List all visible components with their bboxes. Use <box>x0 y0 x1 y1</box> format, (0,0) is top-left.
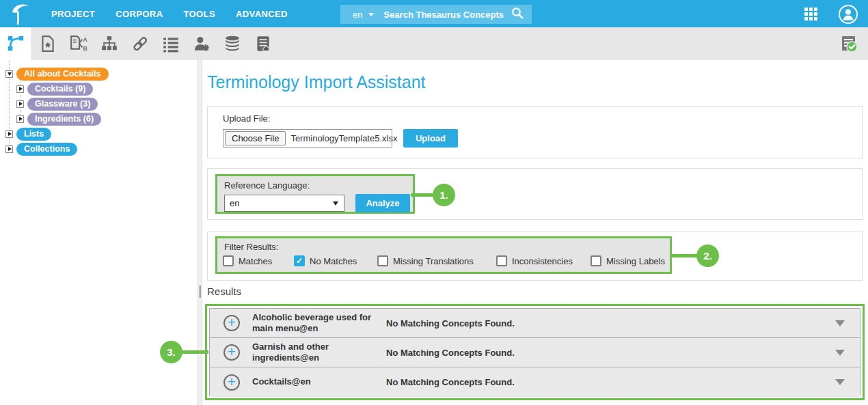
tree-node-ingredients[interactable]: Ingredients (6) <box>27 113 101 126</box>
user-settings-icon[interactable] <box>192 34 211 53</box>
module-toolbar: AB <box>0 27 868 60</box>
tree-node-cocktails[interactable]: Cocktails (9) <box>27 83 93 96</box>
report-check-icon[interactable] <box>839 34 858 53</box>
app-window: PROJECT CORPORA TOOLS ADVANCED en <box>0 0 868 405</box>
tree-item-scheme: Glassware (3) <box>16 97 98 111</box>
tree-item-collections: Collections <box>5 142 77 156</box>
filter-checkbox-no-matches[interactable]: No Matches <box>294 255 357 266</box>
database-icon[interactable] <box>223 34 242 53</box>
reference-language-label: Reference Language: <box>224 180 310 191</box>
expand-caret-icon[interactable] <box>835 320 845 326</box>
svg-text:A: A <box>83 36 88 43</box>
analyze-button[interactable]: Analyze <box>355 194 410 212</box>
concept-label: Garnish and other ingredients@en <box>252 341 377 364</box>
page-title: Terminology Import Assistant <box>207 72 426 92</box>
annotation-badge-2: 2. <box>696 245 719 267</box>
upload-section: Upload File: Choose File TerminologyTemp… <box>207 106 863 158</box>
concept-label: Alcoholic beverage used for main menu@en <box>252 312 377 335</box>
expand-arrow-icon[interactable] <box>5 145 13 153</box>
expand-arrow-icon[interactable] <box>16 85 24 93</box>
expand-caret-icon[interactable] <box>835 350 845 356</box>
select-caret-icon <box>333 201 338 206</box>
thesaurus-search-box[interactable]: en <box>340 5 532 24</box>
checkbox-icon[interactable] <box>223 255 234 266</box>
selected-language-value: en <box>230 198 333 208</box>
annotation-badge-3: 3. <box>160 341 182 363</box>
search-icon[interactable] <box>511 7 524 22</box>
match-status: No Matching Concepts Found. <box>386 318 835 329</box>
annotation-box-step3: + Alcoholic beverage used for main menu@… <box>205 304 865 400</box>
link-icon[interactable] <box>131 34 150 53</box>
language-dropdown-caret-icon[interactable] <box>368 13 374 16</box>
concept-label: Cocktails@en <box>252 376 377 387</box>
user-account-icon[interactable] <box>838 4 858 27</box>
upload-file-label: Upload File: <box>223 113 270 124</box>
app-switcher-grid-icon[interactable] <box>804 8 818 21</box>
add-concept-icon[interactable]: + <box>223 344 240 361</box>
filter-checkbox-missing-translations[interactable]: Missing Translations <box>377 255 474 266</box>
checkbox-icon[interactable] <box>496 255 507 266</box>
checkbox-icon[interactable] <box>377 255 388 266</box>
poolparty-logo-icon[interactable] <box>10 1 36 26</box>
document-star-icon[interactable] <box>38 34 57 53</box>
result-row[interactable]: + Alcoholic beverage used for main menu@… <box>210 309 860 338</box>
annotation-connector-3 <box>180 350 208 354</box>
filter-results-label: Filter Results: <box>224 242 278 252</box>
add-concept-icon[interactable]: + <box>223 374 240 391</box>
menu-project[interactable]: PROJECT <box>51 9 95 19</box>
tree-node-glassware[interactable]: Glassware (3) <box>27 98 98 111</box>
match-status: No Matching Concepts Found. <box>386 377 835 387</box>
tree-item-scheme: Cocktails (9) <box>16 82 93 96</box>
taxonomy-tree-icon[interactable] <box>0 27 31 60</box>
menu-advanced[interactable]: ADVANCED <box>236 9 288 19</box>
server-database-icon[interactable] <box>254 34 273 53</box>
annotation-badge-1: 1. <box>433 184 455 206</box>
annotation-box-step2: Filter Results: Matches No Matches Missi… <box>215 236 672 274</box>
file-input[interactable]: Choose File TerminologyTemplate5.xlsx <box>223 129 392 148</box>
filter-checkbox-matches[interactable]: Matches <box>223 255 272 266</box>
annotation-box-step1: Reference Language: en Analyze <box>215 174 415 214</box>
result-row[interactable]: + Garnish and other ingredients@en No Ma… <box>210 338 860 367</box>
tree-item-lists: Lists <box>5 127 51 141</box>
sitemap-icon[interactable] <box>100 34 119 53</box>
checkbox-icon[interactable] <box>294 255 305 266</box>
menu-corpora[interactable]: CORPORA <box>116 9 163 19</box>
menu-tools[interactable]: TOOLS <box>183 9 215 19</box>
tree-node-collections[interactable]: Collections <box>16 143 77 156</box>
expand-arrow-icon[interactable] <box>16 100 24 108</box>
tree-node-lists[interactable]: Lists <box>16 128 51 141</box>
checkbox-label: No Matches <box>310 256 357 266</box>
main-menu: PROJECT CORPORA TOOLS ADVANCED <box>51 0 288 27</box>
expand-arrow-icon[interactable] <box>5 130 13 138</box>
main-content: Terminology Import Assistant Upload File… <box>202 60 868 405</box>
document-classify-ab-icon[interactable]: AB <box>69 34 88 53</box>
filter-checkbox-missing-labels[interactable]: Missing Labels <box>591 255 665 266</box>
tree-item-scheme: Ingredients (6) <box>16 112 101 126</box>
checkbox-label: Inconsistencies <box>512 256 573 266</box>
checkbox-label: Missing Labels <box>606 256 665 266</box>
results-list: + Alcoholic beverage used for main menu@… <box>209 308 860 396</box>
selected-filename: TerminologyTemplate5.xlsx <box>290 133 397 143</box>
splitter-grip[interactable] <box>199 285 201 298</box>
upload-button[interactable]: Upload <box>403 129 458 148</box>
result-row[interactable]: + Cocktails@en No Matching Concepts Foun… <box>210 367 860 397</box>
expand-caret-icon[interactable] <box>835 379 845 385</box>
checkbox-label: Matches <box>239 256 272 266</box>
expand-arrow-icon[interactable] <box>16 115 24 123</box>
results-label: Results <box>207 285 241 297</box>
tree-item-project: All about Cocktails <box>5 67 109 81</box>
add-concept-icon[interactable]: + <box>223 315 240 331</box>
toolbar-icon-group: AB <box>38 27 273 60</box>
checkbox-icon[interactable] <box>591 255 601 266</box>
top-header-bar: PROJECT CORPORA TOOLS ADVANCED en <box>0 0 868 27</box>
checkbox-label: Missing Translations <box>393 256 474 266</box>
svg-text:B: B <box>83 45 87 52</box>
reference-language-select[interactable]: en <box>224 195 344 212</box>
collapse-arrow-icon[interactable] <box>5 70 13 78</box>
filter-checkbox-inconsistencies[interactable]: Inconsistencies <box>496 255 573 266</box>
choose-file-button[interactable]: Choose File <box>225 131 286 145</box>
search-input[interactable] <box>383 10 511 20</box>
tree-node-all-about-cocktails[interactable]: All about Cocktails <box>16 68 109 81</box>
search-language-selector[interactable]: en <box>353 10 362 20</box>
list-icon[interactable] <box>161 34 180 53</box>
